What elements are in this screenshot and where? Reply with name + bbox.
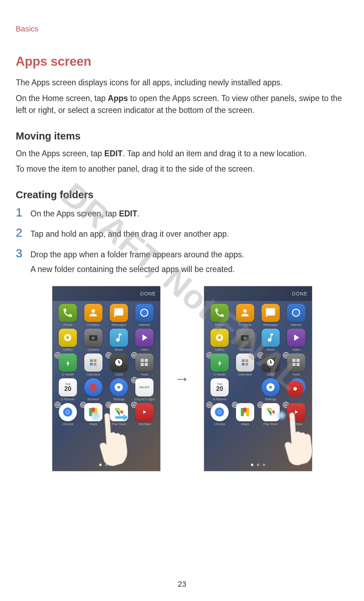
drag-arrow-icon <box>114 413 130 422</box>
app-label: Video <box>292 348 300 351</box>
text: On the Apps screen, tap <box>16 149 104 158</box>
app-label: Internet <box>291 323 302 327</box>
app-label: Internet <box>139 323 150 327</box>
app-galaxy: −GALAXYGALAXY Apps <box>133 378 157 401</box>
svg-point-42 <box>293 387 297 391</box>
done-button: DONE <box>204 286 312 301</box>
app-clock: −Clock <box>107 353 131 376</box>
app-gallery: Gallery <box>208 329 232 351</box>
svg-point-41 <box>269 386 272 389</box>
app-health: −S Health <box>56 353 80 376</box>
step-3-text: Drop the app when a folder frame appears… <box>30 249 348 261</box>
svg-rect-7 <box>90 359 93 362</box>
page-number: 23 <box>178 580 186 589</box>
page-dot <box>257 464 259 466</box>
app-contacts: Contacts <box>233 304 257 327</box>
app-maps: −Maps <box>233 403 257 426</box>
app-grid: Phone Contacts Messages Internet Gallery… <box>204 301 312 429</box>
text: On the Home screen, tap <box>16 94 108 103</box>
remove-badge-icon: − <box>206 402 213 408</box>
app-internet: Internet <box>133 304 157 327</box>
step-3: 3 Drop the app when a folder frame appea… <box>16 249 348 276</box>
svg-rect-38 <box>293 363 296 366</box>
app-label: Gallery <box>215 348 225 351</box>
phone-after: DONE Phone Contacts Messages Internet Ga… <box>204 286 312 471</box>
app-label: Gallery <box>63 348 73 351</box>
folder-stack-icon <box>287 378 306 397</box>
app-label: Clock <box>267 373 275 376</box>
svg-point-29 <box>244 337 246 339</box>
text: . Tap and hold an item and drag it to a … <box>123 149 307 158</box>
bold-text-apps: Apps <box>108 94 128 103</box>
app-label: S Health <box>214 373 226 376</box>
svg-point-45 <box>218 411 221 414</box>
app-music: Music <box>259 329 283 351</box>
step-number-1: 1 <box>16 206 30 218</box>
svg-point-26 <box>218 336 221 339</box>
page-dot <box>251 464 253 466</box>
svg-point-22 <box>66 411 69 414</box>
app-label: Contacts <box>239 323 251 327</box>
svg-point-3 <box>66 336 69 339</box>
app-label: Play Store <box>263 422 278 426</box>
text: On the Apps screen, tap <box>30 209 119 218</box>
app-planner: TUE20S Planner <box>56 378 80 401</box>
app-chrome: −Chrome <box>208 403 232 426</box>
svg-rect-14 <box>145 359 148 362</box>
svg-rect-15 <box>141 363 144 366</box>
app-contacts: Contacts <box>81 304 106 327</box>
cal-date: 20 <box>216 386 223 392</box>
app-grid: Phone Contacts Messages Internet Gallery… <box>52 301 160 429</box>
svg-rect-32 <box>242 363 245 366</box>
page-dot <box>263 464 265 466</box>
steps-list: 1 On the Apps screen, tap EDIT. 2 Tap an… <box>16 208 348 276</box>
app-browser: Browser <box>81 378 106 401</box>
page-dot <box>105 464 107 466</box>
app-label: Music <box>115 348 123 351</box>
app-youtube: −YouTube <box>133 403 157 426</box>
app-youtube: −YouTube <box>284 403 308 426</box>
app-label: S Health <box>62 373 74 376</box>
app-calc: Calculator <box>81 353 106 376</box>
app-internet: Internet <box>284 304 308 327</box>
page-indicators <box>99 464 113 466</box>
chapter-header: Basics <box>16 24 38 34</box>
svg-point-19 <box>117 386 120 389</box>
moving-p2: To move the item to another panel, drag … <box>16 163 348 175</box>
svg-rect-13 <box>141 359 144 362</box>
svg-rect-8 <box>94 359 97 362</box>
app-planner: TUE20S Planner <box>208 378 232 401</box>
app-label: S Planner <box>213 398 227 401</box>
cal-date: 20 <box>64 386 71 392</box>
bold-text-edit: EDIT <box>104 149 122 158</box>
text: . <box>137 209 140 218</box>
page-indicators <box>251 464 265 466</box>
moving-items-heading: Moving items <box>16 130 348 142</box>
step-1: 1 On the Apps screen, tap EDIT. <box>16 208 348 220</box>
svg-rect-30 <box>242 359 245 362</box>
app-camera: Camera <box>81 329 106 351</box>
screenshots-row: DONE Phone Contacts Messages Internet Ga… <box>16 286 348 471</box>
done-button: DONE <box>52 286 160 301</box>
app-clock: −Clock <box>259 353 283 376</box>
app-settings: Settings <box>107 378 131 401</box>
page-dot <box>99 464 101 466</box>
app-health: −S Health <box>208 353 232 376</box>
svg-rect-9 <box>90 363 93 366</box>
app-label: Browser <box>87 398 99 401</box>
app-camera: Camera <box>233 329 257 351</box>
arrow-right-icon: → <box>174 370 190 387</box>
app-label: Phone <box>63 323 72 327</box>
step-number-3: 3 <box>16 247 30 259</box>
app-label: Play Store <box>112 422 126 426</box>
step-2: 2 Tap and hold an app, and then drag it … <box>16 228 348 240</box>
section-title: Apps screen <box>16 54 348 69</box>
app-label: YouTube <box>138 422 150 426</box>
app-label: Settings <box>265 398 277 401</box>
app-label: GALAXY Apps <box>134 398 155 401</box>
svg-rect-36 <box>293 359 296 362</box>
step-1-text: On the Apps screen, tap EDIT. <box>30 208 348 220</box>
app-settings: Settings <box>259 378 283 401</box>
app-phone: Phone <box>208 304 232 327</box>
app-label: Music <box>266 348 275 351</box>
